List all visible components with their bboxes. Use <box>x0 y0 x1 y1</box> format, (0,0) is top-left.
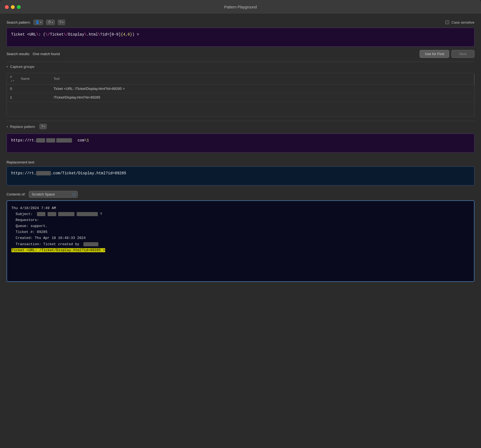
sp-part-7: ) > <box>132 32 139 37</box>
maximize-button[interactable] <box>17 5 21 9</box>
sp-part-1: Ticket <URL <box>11 32 36 37</box>
row-0-text: Ticket <URL: /Ticket/Display.html?id=892… <box>50 84 474 93</box>
scratch-line-3: Requestors: <box>11 217 470 223</box>
replacement-text-display: https://rt.████.com/Ticket/Display.html?… <box>7 166 474 185</box>
replace-pattern-collapse-icon[interactable]: ▾ <box>7 125 8 128</box>
replacement-text-label: Replacement text: <box>7 160 474 164</box>
search-pattern-input[interactable]: Ticket <URL\: (\/Ticket\/Display\.html\?… <box>7 28 474 47</box>
subject-redacted-2: ██ <box>48 212 56 216</box>
search-results-text: Search results: One match found <box>7 52 60 56</box>
sort-arrows-icon[interactable]: ▲▼ <box>11 80 14 82</box>
traffic-lights <box>5 5 21 9</box>
sp-quantifier: {4,6} <box>121 32 132 37</box>
replace-pattern-input[interactable]: https://rt.████████ com\1 <box>7 134 474 153</box>
row-0-num: 0 <box>7 84 18 93</box>
window-title: Pattern Playground <box>224 5 257 9</box>
transaction-redacted: ████ <box>83 242 98 246</box>
replace-pattern-header: ▾ Replace pattern ? ▾ <box>7 121 474 131</box>
table-row: 1 /Ticket/Display.html?id=89285 <box>7 93 474 102</box>
rt-text2: .com/Ticket/Display.html?id=89285 <box>51 171 126 175</box>
row-0-name <box>18 84 50 93</box>
history-dropdown-button[interactable]: ⏱ ▾ <box>46 20 55 25</box>
search-pattern-left: Search pattern: 👤 ▾ ⏱ ▾ ? ▾ <box>7 20 65 25</box>
person-icon: 👤 <box>35 20 39 24</box>
help-icon: ? <box>60 20 61 24</box>
person-dropdown-button[interactable]: 👤 ▾ <box>33 20 43 25</box>
subject-redacted-3: ████ <box>58 212 74 216</box>
search-pattern-header-row: Search pattern: 👤 ▾ ⏱ ▾ ? ▾ Case sensiti… <box>7 20 474 25</box>
table-row: 0 Ticket <URL: /Ticket/Display.html?id=8… <box>7 84 474 93</box>
search-pattern-label: Search pattern: <box>7 20 31 24</box>
subject-redacted-4: ██████ <box>77 212 98 216</box>
scratch-line-1: Thu 4/18/2024 7:49 AM <box>11 205 470 211</box>
sp-backslash-1: \ <box>36 32 38 37</box>
case-sensitive-label: Case sensitive <box>451 20 474 24</box>
case-sensitive-checkbox[interactable] <box>445 20 449 24</box>
rt-text1: https://rt. <box>11 171 36 175</box>
match-highlight: Ticket <URL: /Ticket/Display.html?id=892… <box>11 248 105 252</box>
replacement-text-section: Replacement text: https://rt.████.com/Ti… <box>7 159 474 189</box>
capture-groups-title: Capture groups <box>10 65 35 69</box>
app-window: Pattern Playground Search pattern: 👤 ▾ ⏱… <box>0 0 481 448</box>
sp-slash-1: \/ <box>45 32 50 37</box>
sp-slash-2: \/ <box>64 32 68 37</box>
rp-text1: https://rt. <box>11 138 36 143</box>
replace-help-dropdown-button[interactable]: ? ▾ <box>39 124 47 129</box>
history-icon: ⏱ <box>48 20 51 24</box>
col-header-name: Name <box>18 73 50 84</box>
scratch-line-8: Ticket <URL: /Ticket/Display.html?id=892… <box>11 247 470 253</box>
row-1-name <box>18 93 50 102</box>
sp-part-5: .html <box>86 32 98 37</box>
scratch-line-2: Subject: ██ ██ ████ ██████ ? <box>11 211 470 217</box>
capture-groups-table: # ▲▼ Name Text 0 <box>7 73 474 102</box>
rt-redacted: ████ <box>36 171 51 175</box>
scratch-line-6: Created: Thu Apr 18 10:48:33 2024 <box>11 235 470 241</box>
table-divider <box>474 73 474 84</box>
next-button[interactable]: Next <box>451 50 474 58</box>
history-chevron-icon: ▾ <box>52 21 53 24</box>
replace-pattern-section: ▾ Replace pattern ? ▾ https://rt.███████… <box>7 121 474 156</box>
contents-of-dropdown[interactable]: Scratch Space <box>29 191 78 198</box>
scratch-line-7: Transaction: Ticket created by ████ <box>11 241 470 247</box>
help-chevron-icon: ▾ <box>62 21 63 24</box>
row-1-text: /Ticket/Display.html?id=89285 <box>50 93 474 102</box>
sp-part-6: ?id=[0-9] <box>100 32 121 37</box>
subject-redacted-1: ██ <box>37 212 46 216</box>
sp-part-4: Display <box>68 32 84 37</box>
sp-part-3: Ticket <box>50 32 64 37</box>
rp-text2: com <box>73 138 85 143</box>
minimize-button[interactable] <box>11 5 15 9</box>
capture-groups-collapse-icon[interactable]: ▾ <box>7 65 8 68</box>
scratch-line-5: Ticket #: 89285 <box>11 229 470 235</box>
search-results-label: Search results: <box>7 52 30 56</box>
sp-backslash-3: \ <box>98 32 100 37</box>
capture-groups-header: ▾ Capture groups <box>7 62 474 71</box>
rp-backref: \1 <box>85 138 89 143</box>
search-action-buttons: Use for Find Next <box>420 50 474 58</box>
scratch-space-terminal: Thu 4/18/2024 7:49 AM Subject: ██ ██ ███… <box>7 200 474 282</box>
sp-part-2: : ( <box>39 32 45 37</box>
search-results-row: Search results: One match found Use for … <box>7 50 474 58</box>
replace-help-chevron-icon: ▾ <box>44 125 45 128</box>
rp-redacted-1: ██ <box>36 138 45 143</box>
contents-of-row: Contents of: Scratch Space ⬡ <box>7 191 474 198</box>
search-results-value: One match found <box>33 52 60 56</box>
col-header-text: Text <box>50 73 474 84</box>
help-dropdown-button[interactable]: ? ▾ <box>58 20 65 25</box>
replace-pattern-title: Replace pattern <box>10 125 35 129</box>
case-sensitive-area: Case sensitive <box>445 20 474 24</box>
person-chevron-icon: ▾ <box>40 21 41 24</box>
capture-groups-table-wrapper: # ▲▼ Name Text 0 <box>7 73 474 116</box>
scratch-line-4: Queue: support. <box>11 223 470 229</box>
col-header-num: # ▲▼ <box>7 73 18 84</box>
title-bar: Pattern Playground <box>0 0 481 14</box>
contents-of-select-wrapper: Scratch Space ⬡ <box>29 191 78 198</box>
close-button[interactable] <box>5 5 9 9</box>
contents-of-label: Contents of: <box>7 192 26 196</box>
row-1-num: 1 <box>7 93 18 102</box>
use-for-find-button[interactable]: Use for Find <box>420 50 449 58</box>
main-content: Search pattern: 👤 ▾ ⏱ ▾ ? ▾ Case sensiti… <box>0 14 481 448</box>
rp-redacted-3: ████ <box>56 138 72 143</box>
replace-help-icon: ? <box>41 125 43 128</box>
rp-redacted-2: ██ <box>46 138 55 143</box>
